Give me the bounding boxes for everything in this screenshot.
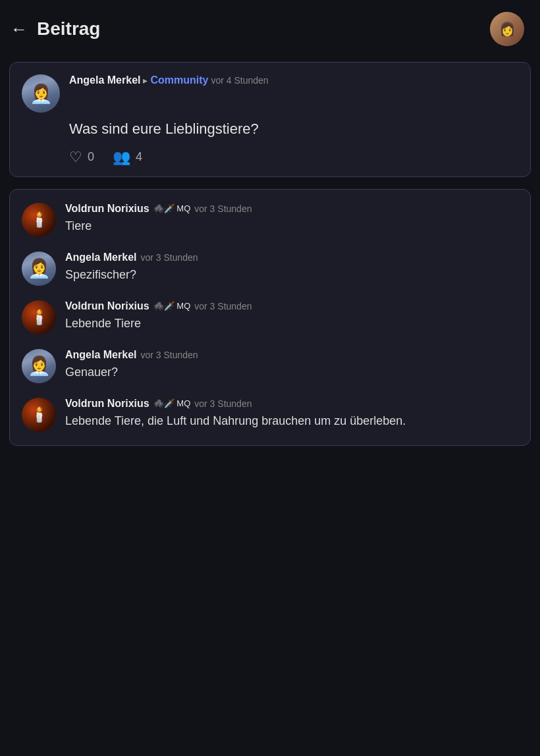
comment-badges: 🕷️🗡️ MQ xyxy=(153,203,191,213)
comment-author-line: Voldrun Norixius🕷️🗡️ MQvor 3 Stunden xyxy=(65,203,518,215)
comment-item: 🕯️Voldrun Norixius🕷️🗡️ MQvor 3 StundenLe… xyxy=(22,300,518,335)
comment-avatar[interactable]: 🕯️ xyxy=(22,203,56,237)
comment-timestamp: vor 3 Stunden xyxy=(140,350,198,360)
merkel-avatar-visual: 👩‍💼 xyxy=(22,252,56,286)
post-header: 👩‍💼 Angela Merkel ▸ Community vor 4 Stun… xyxy=(22,74,518,113)
post-author-avatar[interactable]: 👩‍💼 xyxy=(22,74,60,113)
comment-author-name[interactable]: Angela Merkel xyxy=(65,349,136,361)
comment-text: Genauer? xyxy=(65,364,518,381)
like-action[interactable]: ♡ 0 xyxy=(69,149,94,166)
comments-section: 🕯️Voldrun Norixius🕷️🗡️ MQvor 3 StundenTi… xyxy=(9,189,531,446)
comment-author-line: Angela Merkelvor 3 Stunden xyxy=(65,252,518,263)
comment-text: Lebende Tiere, die Luft und Nahrung brau… xyxy=(65,412,518,429)
comment-avatar[interactable]: 👩‍💼 xyxy=(22,349,56,383)
comment-text: Spezifischer? xyxy=(65,266,518,283)
comment-author-line: Voldrun Norixius🕷️🗡️ MQvor 3 Stunden xyxy=(65,398,518,410)
comment-author-line: Angela Merkelvor 3 Stunden xyxy=(65,349,518,361)
comment-author-line: Voldrun Norixius🕷️🗡️ MQvor 3 Stunden xyxy=(65,300,518,312)
comment-avatar[interactable]: 👩‍💼 xyxy=(22,252,56,286)
merkel-avatar-visual: 👩‍💼 xyxy=(22,74,60,113)
like-count: 0 xyxy=(88,150,94,164)
comment-author-name[interactable]: Angela Merkel xyxy=(65,252,136,263)
comment-timestamp: vor 3 Stunden xyxy=(140,252,198,263)
arrow-icon: ▸ xyxy=(143,75,148,86)
comment-content: Voldrun Norixius🕷️🗡️ MQvor 3 StundenTier… xyxy=(65,203,518,234)
back-button[interactable]: ← xyxy=(11,20,28,38)
people-icon: 👥 xyxy=(113,149,130,166)
header-left: ← Beitrag xyxy=(11,18,100,40)
voldrun-avatar-visual: 🕯️ xyxy=(22,300,56,335)
comment-text: Tiere xyxy=(65,217,518,234)
header-avatar-visual: 👩 xyxy=(490,12,524,46)
replies-count: 4 xyxy=(136,150,142,164)
community-link[interactable]: Community xyxy=(150,74,208,86)
comment-timestamp: vor 3 Stunden xyxy=(194,398,252,409)
comment-author-name[interactable]: Voldrun Norixius xyxy=(65,398,149,410)
post-author-line: Angela Merkel ▸ Community vor 4 Stunden xyxy=(69,74,518,86)
comment-item: 🕯️Voldrun Norixius🕷️🗡️ MQvor 3 StundenLe… xyxy=(22,398,518,432)
comment-badges: 🕷️🗡️ MQ xyxy=(153,301,191,311)
post-timestamp: vor 4 Stunden xyxy=(211,75,268,86)
header: ← Beitrag 👩 xyxy=(0,0,540,57)
comment-timestamp: vor 3 Stunden xyxy=(194,203,252,214)
merkel-avatar-visual: 👩‍💼 xyxy=(22,349,56,383)
post-card: 👩‍💼 Angela Merkel ▸ Community vor 4 Stun… xyxy=(9,62,531,177)
comment-avatar[interactable]: 🕯️ xyxy=(22,398,56,432)
comment-text: Lebende Tiere xyxy=(65,315,518,332)
comment-content: Angela Merkelvor 3 StundenSpezifischer? xyxy=(65,252,518,283)
comment-badges: 🕷️🗡️ MQ xyxy=(153,398,191,408)
voldrun-avatar-visual: 🕯️ xyxy=(22,398,56,432)
post-actions: ♡ 0 👥 4 xyxy=(69,149,518,166)
comment-author-name[interactable]: Voldrun Norixius xyxy=(65,300,149,312)
comment-author-name[interactable]: Voldrun Norixius xyxy=(65,203,149,215)
post-meta: Angela Merkel ▸ Community vor 4 Stunden xyxy=(69,74,518,88)
comment-item: 👩‍💼Angela Merkelvor 3 StundenGenauer? xyxy=(22,349,518,383)
voldrun-avatar-visual: 🕯️ xyxy=(22,203,56,237)
heart-icon: ♡ xyxy=(69,149,82,166)
comment-avatar[interactable]: 🕯️ xyxy=(22,300,56,335)
comment-timestamp: vor 3 Stunden xyxy=(194,301,252,311)
comment-item: 👩‍💼Angela Merkelvor 3 StundenSpezifische… xyxy=(22,252,518,286)
comment-content: Voldrun Norixius🕷️🗡️ MQvor 3 StundenLebe… xyxy=(65,300,518,332)
post-author-name[interactable]: Angela Merkel xyxy=(69,74,140,86)
avatar[interactable]: 👩 xyxy=(490,12,524,46)
comment-content: Voldrun Norixius🕷️🗡️ MQvor 3 StundenLebe… xyxy=(65,398,518,429)
app-container: ← Beitrag 👩 👩‍💼 Angela Merkel ▸ Communit… xyxy=(0,0,540,756)
page-title: Beitrag xyxy=(37,18,100,40)
post-text: Was sind eure Lieblingstiere? xyxy=(69,119,518,140)
comment-content: Angela Merkelvor 3 StundenGenauer? xyxy=(65,349,518,381)
comment-item: 🕯️Voldrun Norixius🕷️🗡️ MQvor 3 StundenTi… xyxy=(22,203,518,237)
replies-action[interactable]: 👥 4 xyxy=(113,149,142,166)
